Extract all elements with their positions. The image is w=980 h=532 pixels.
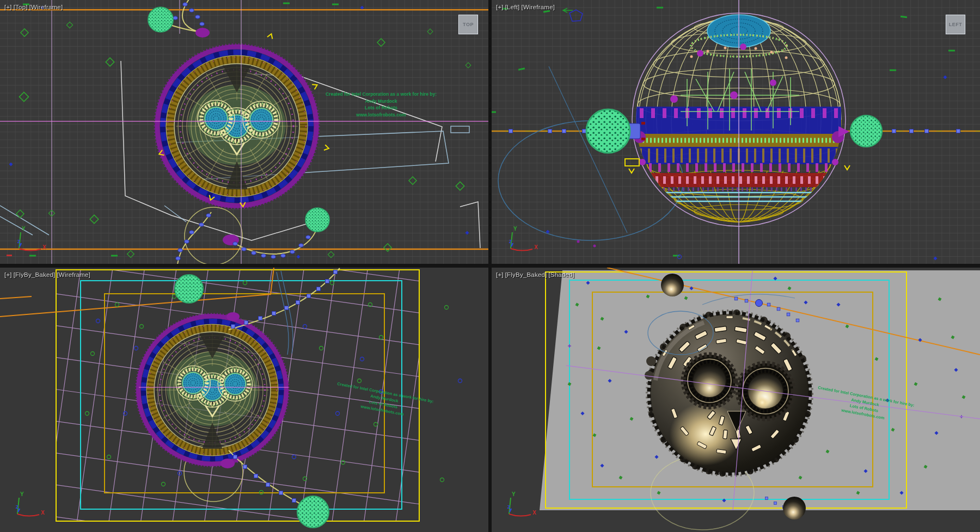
viewport-flyby-shaded[interactable]: [+] [FlyBy_Baked] [Shaded] Created for I… (492, 268, 980, 532)
viewport-left[interactable]: [+] [Left] [Wireframe] LEFT (492, 0, 980, 264)
viewport-label: [+] [FlyBy_Baked] [Wireframe] (4, 271, 90, 278)
viewport-label: [+] [Top] [Wireframe] (4, 4, 63, 10)
shading-viewport-menu[interactable]: [Wireframe] (29, 4, 63, 10)
pov-viewport-menu[interactable]: [Top] (14, 4, 28, 10)
shading-viewport-menu[interactable]: [Wireframe] (522, 4, 555, 10)
shading-viewport-menu[interactable]: [Shaded] (548, 271, 574, 278)
viewport-flyby-wireframe[interactable]: [+] [FlyBy_Baked] [Wireframe] Created fo… (0, 268, 488, 532)
general-viewport-menu[interactable]: [+] (496, 271, 504, 278)
pov-viewport-menu[interactable]: [FlyBy_Baked] (505, 271, 547, 278)
pov-viewport-menu[interactable]: [Left] (505, 4, 520, 10)
viewport-label: [+] [FlyBy_Baked] [Shaded] (496, 271, 574, 278)
viewport-top[interactable]: [+] [Top] [Wireframe] TOP Created for In… (0, 0, 488, 264)
general-viewport-menu[interactable]: [+] (496, 4, 504, 10)
watermark: Created for Intel Corporation as a work … (326, 379, 443, 424)
watermark: Created for Intel Corporation as a work … (318, 91, 444, 118)
watermark: Created for Intel Corporation as a work … (806, 383, 923, 428)
viewport-label: [+] [Left] [Wireframe] (496, 4, 555, 10)
viewcube[interactable]: TOP (458, 15, 478, 34)
shading-viewport-menu[interactable]: [Wireframe] (57, 271, 90, 278)
viewcube[interactable]: LEFT (946, 15, 965, 34)
general-viewport-menu[interactable]: [+] (4, 4, 12, 10)
pov-viewport-menu[interactable]: [FlyBy_Baked] (14, 271, 56, 278)
general-viewport-menu[interactable]: [+] (4, 271, 12, 278)
